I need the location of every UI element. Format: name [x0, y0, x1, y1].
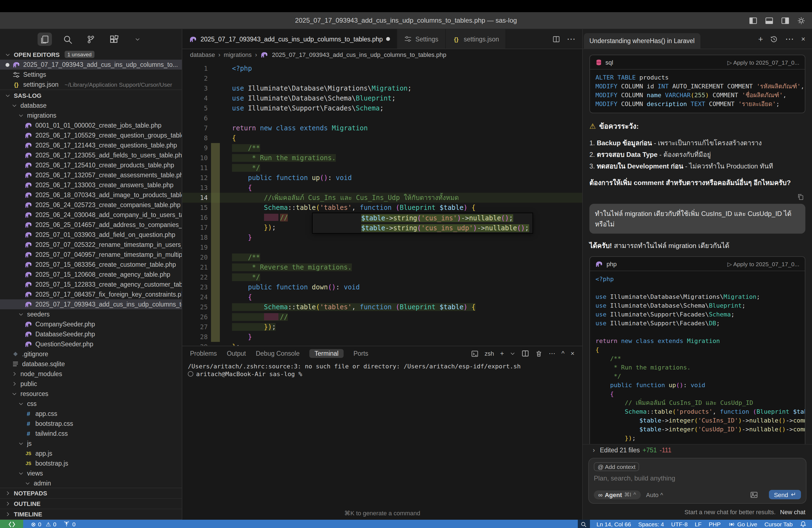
- tree-item[interactable]: public: [0, 379, 182, 389]
- trash-icon[interactable]: [536, 350, 543, 357]
- open-editor-item[interactable]: 2025_07_17_093943_add_cus_ins_udp_column…: [0, 60, 182, 70]
- code-line[interactable]: 19: [182, 243, 582, 252]
- tree-item[interactable]: #app.css: [0, 409, 182, 419]
- tree-item[interactable]: admin: [0, 478, 182, 488]
- code-line[interactable]: 29};: [182, 342, 582, 346]
- more-icon[interactable]: ⋯: [785, 34, 794, 44]
- apply-button[interactable]: ▷ Apply to 2025_07_17_0...: [727, 260, 799, 267]
- terminal-tab-terminal[interactable]: Terminal: [309, 349, 344, 358]
- code-line[interactable]: 5use Illuminate\Support\Facades\Schema;: [182, 103, 582, 113]
- edited-files-summary[interactable]: › Edited 21 files +751 -111: [583, 444, 812, 456]
- search-icon[interactable]: [60, 33, 75, 46]
- tree-item[interactable]: 2025_07_15_122833_create_agency_customer…: [0, 279, 182, 289]
- code-line[interactable]: 27 });: [182, 322, 582, 332]
- terminal-tab-debug-console[interactable]: Debug Console: [256, 350, 300, 357]
- code-line[interactable]: 28 }: [182, 332, 582, 342]
- eol[interactable]: LF: [695, 521, 702, 527]
- sidebar-section-notepads[interactable]: NOTEPADS: [0, 488, 182, 499]
- tree-item[interactable]: JSbootstrap.js: [0, 458, 182, 468]
- code-line[interactable]: 23 public function down(): void: [182, 282, 582, 292]
- terminal-output[interactable]: /Users/aritach/.zshrc:source:3: no such …: [182, 361, 582, 378]
- tree-item[interactable]: #tailwind.css: [0, 429, 182, 439]
- close-icon[interactable]: ×: [570, 350, 575, 357]
- open-editor-item[interactable]: {}settings.json~/Library/Application Sup…: [0, 79, 182, 89]
- image-icon[interactable]: [750, 491, 758, 498]
- code-line[interactable]: 22 */: [182, 272, 582, 282]
- editor-tab[interactable]: Settings: [397, 29, 446, 48]
- new-chat-plus-icon[interactable]: +: [758, 34, 763, 44]
- chevron-down-icon[interactable]: [510, 351, 516, 356]
- toggle-secondary-sidebar-icon[interactable]: [781, 16, 789, 25]
- tree-item[interactable]: QuestionSeeder.php: [0, 339, 182, 349]
- tree-item[interactable]: 2025_06_17_105529_create_question_groups…: [0, 130, 182, 140]
- tree-item[interactable]: 2025_06_18_070343_add_image_to_products_…: [0, 190, 182, 200]
- code-line[interactable]: 11 */: [182, 163, 582, 173]
- tree-item[interactable]: 2025_06_17_123055_add_fields_to_users_ta…: [0, 150, 182, 160]
- tree-item[interactable]: 0001_01_01_000002_create_jobs_table.php: [0, 120, 182, 130]
- agent-mode-selector[interactable]: ∞ Agent ⌘I ^: [594, 490, 640, 499]
- bell-icon[interactable]: [800, 521, 807, 527]
- open-editors-header[interactable]: OPEN EDITORS 1 unsaved: [0, 49, 182, 60]
- project-section-header[interactable]: SAS-LOG: [0, 89, 182, 101]
- tree-item[interactable]: 2025_06_17_121443_create_questions_table…: [0, 140, 182, 150]
- tree-item[interactable]: DatabaseSeeder.php: [0, 329, 182, 339]
- terminal-tab-ports[interactable]: Ports: [353, 350, 368, 357]
- code-line[interactable]: 12 public function up(): void: [182, 173, 582, 183]
- code-line[interactable]: 7return new class extends Migration: [182, 123, 582, 133]
- chevron-down-icon[interactable]: [130, 33, 144, 46]
- tree-item[interactable]: resources: [0, 389, 182, 399]
- tree-item[interactable]: 2025_07_01_033903_add_field_on_question.…: [0, 230, 182, 240]
- sidebar-section-outline[interactable]: OUTLINE: [0, 499, 182, 509]
- close-icon[interactable]: ×: [801, 35, 806, 43]
- problems-status[interactable]: ⊗0 ⚠0: [31, 521, 56, 527]
- tree-item[interactable]: database: [0, 101, 182, 111]
- tree-item[interactable]: 2025_06_17_132057_create_assessments_tab…: [0, 170, 182, 180]
- inline-suggestion-popup[interactable]: $table->string('cus_ins')->nullable();$t…: [312, 212, 533, 234]
- language-mode[interactable]: PHP: [709, 521, 721, 527]
- chevron-up-icon[interactable]: ^: [562, 350, 565, 357]
- code-line[interactable]: 3use Illuminate\Database\Migrations\Migr…: [182, 84, 582, 93]
- code-line[interactable]: 2: [182, 73, 582, 84]
- toggle-panel-icon[interactable]: [765, 16, 773, 25]
- tree-item[interactable]: 2025_07_15_083356_create_customer_table.…: [0, 260, 182, 269]
- send-button[interactable]: Send↵: [769, 490, 801, 499]
- breadcrumb[interactable]: database›migrations›2025_07_17_093943_ad…: [182, 49, 582, 60]
- code-line[interactable]: 14 //เพิ่มคอลัมภ์ Cus_Ins และ Cus_Ins_Ud…: [182, 193, 582, 203]
- tree-item[interactable]: .gitignore: [0, 349, 182, 359]
- tree-item[interactable]: migrations: [0, 111, 182, 120]
- tree-item[interactable]: 2025_07_17_093943_add_cus_ins_udp_column…: [0, 299, 182, 309]
- code-line[interactable]: 9 /**: [182, 143, 582, 153]
- chat-tab[interactable]: Understanding whereHas() in Laravel: [584, 33, 700, 48]
- code-line[interactable]: 18 }: [182, 233, 582, 243]
- breadcrumb-file[interactable]: 2025_07_17_093943_add_cus_ins_udp_column…: [272, 52, 446, 58]
- terminal-tab-problems[interactable]: Problems: [190, 350, 217, 357]
- code-line[interactable]: 15 Schema::table('tables', function (Blu…: [182, 203, 582, 212]
- extensions-icon[interactable]: [107, 33, 121, 46]
- cursor-tab-status[interactable]: Cursor Tab: [765, 521, 793, 527]
- gear-icon[interactable]: [797, 16, 806, 25]
- tree-item[interactable]: seeders: [0, 309, 182, 319]
- code-line[interactable]: 8{: [182, 133, 582, 143]
- apply-button[interactable]: ▷ Apply to 2025_07_17_0...: [727, 59, 799, 65]
- breadcrumb-item[interactable]: migrations: [224, 52, 252, 58]
- status-search-segment[interactable]: [578, 520, 590, 528]
- tree-item[interactable]: js: [0, 439, 182, 449]
- encoding[interactable]: UTF-8: [671, 521, 688, 527]
- tree-item[interactable]: 2025_06_24_025723_create_companies_table…: [0, 200, 182, 210]
- add-context-button[interactable]: @ Add context: [594, 462, 639, 471]
- code-line[interactable]: 1<?php: [182, 63, 582, 73]
- tree-item[interactable]: 2025_06_25_014657_add_address_to_compani…: [0, 220, 182, 230]
- tree-item[interactable]: 2025_07_17_084357_fix_foreign_key_constr…: [0, 289, 182, 299]
- code-line[interactable]: 10 * Run the migrations.: [182, 153, 582, 163]
- code-line[interactable]: 13 {: [182, 183, 582, 193]
- open-editor-item[interactable]: Settings: [0, 70, 182, 79]
- more-icon[interactable]: ⋯: [567, 34, 576, 44]
- tree-item[interactable]: CompanySeeder.php: [0, 319, 182, 329]
- code-line[interactable]: 6: [182, 113, 582, 123]
- code-editor[interactable]: 1<?php2 3use Illuminate\Database\Migrati…: [182, 60, 582, 346]
- code-line[interactable]: 26 //: [182, 312, 582, 322]
- ports-status[interactable]: 0: [63, 521, 76, 527]
- code-line[interactable]: 4use Illuminate\Database\Schema\Blueprin…: [182, 93, 582, 103]
- chat-input-placeholder[interactable]: Plan, search, build anything: [594, 474, 801, 487]
- terminal-tab-output[interactable]: Output: [227, 350, 246, 357]
